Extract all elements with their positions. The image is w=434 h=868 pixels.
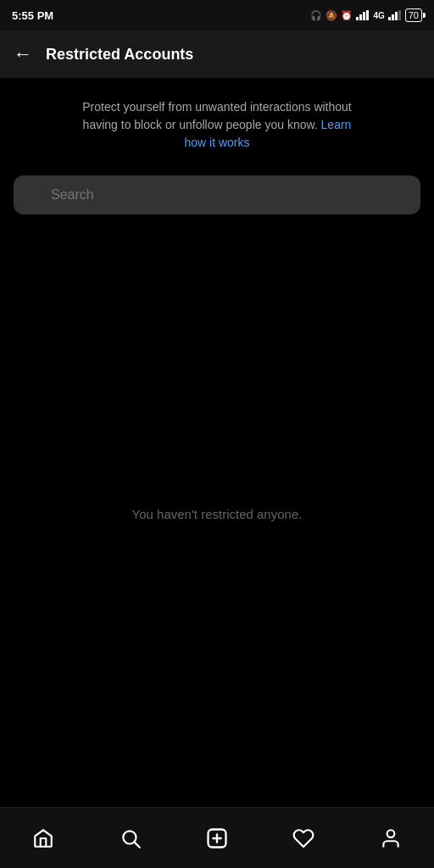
nav-search[interactable] [86, 808, 173, 868]
nav-add[interactable] [174, 808, 260, 868]
heart-icon [292, 827, 314, 849]
signal-icon [356, 10, 370, 20]
bottom-nav [0, 807, 434, 868]
description-text: Protect yourself from unwanted interacti… [73, 98, 361, 152]
status-bar: 5:55 PM 🎧 🔕 ⏰ 4G 70 [0, 0, 434, 31]
svg-point-15 [387, 830, 394, 837]
search-nav-icon [120, 827, 142, 849]
notification-icon: 🔕 [326, 10, 337, 21]
back-button[interactable]: ← [14, 43, 32, 65]
svg-rect-7 [398, 10, 401, 20]
svg-rect-3 [366, 10, 369, 20]
header: ← Restricted Accounts [0, 31, 434, 78]
svg-rect-5 [392, 14, 394, 20]
svg-rect-0 [356, 17, 359, 20]
svg-line-11 [134, 842, 139, 847]
empty-state: You haven't restricted anyone. [14, 235, 420, 793]
profile-icon [380, 827, 402, 849]
add-icon [205, 826, 229, 850]
home-icon [32, 827, 54, 849]
svg-rect-4 [388, 17, 391, 20]
svg-rect-6 [395, 12, 398, 20]
status-icons: 🎧 🔕 ⏰ 4G 70 [310, 8, 422, 22]
search-container [14, 175, 420, 214]
search-input[interactable] [14, 175, 420, 214]
4g-icon: 4G [373, 11, 384, 20]
empty-message: You haven't restricted anyone. [132, 507, 303, 521]
nav-home[interactable] [0, 808, 86, 868]
headphone-icon: 🎧 [310, 10, 322, 21]
nav-profile[interactable] [348, 808, 434, 868]
alarm-icon: ⏰ [341, 10, 353, 21]
main-content: Protect yourself from unwanted interacti… [0, 78, 434, 807]
status-time: 5:55 PM [12, 9, 53, 22]
svg-rect-2 [363, 12, 365, 20]
page-title: Restricted Accounts [46, 46, 193, 64]
search-wrapper [14, 175, 420, 214]
nav-heart[interactable] [260, 808, 347, 868]
battery-icon: 70 [405, 8, 422, 22]
signal2-icon [388, 10, 402, 20]
svg-rect-1 [359, 14, 362, 20]
